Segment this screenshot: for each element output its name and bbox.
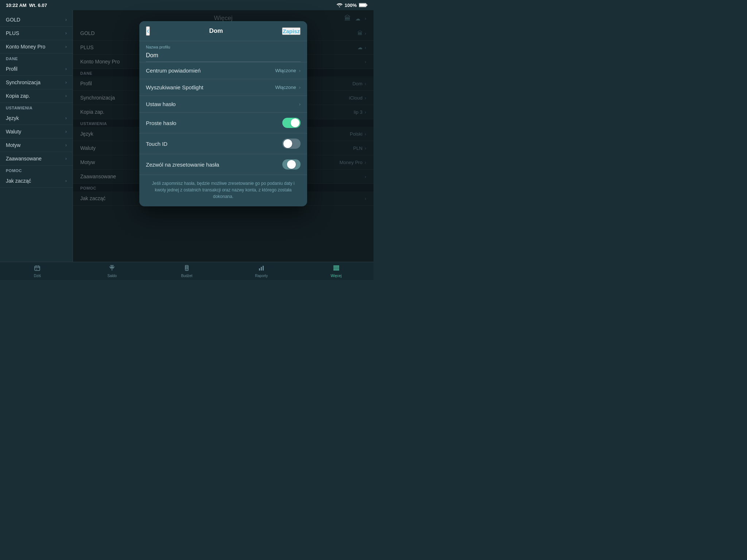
status-right: 100% [337,3,368,8]
chevron-icon: › [65,31,67,36]
profile-name-label: Nazwa profilu [146,45,301,49]
svg-rect-15 [334,266,339,267]
svg-rect-1 [359,4,366,7]
balance-icon [109,265,115,273]
sidebar-item-plus[interactable]: PLUS › [0,27,73,40]
modal-header: ‹ Dom Zapisz [139,21,307,41]
profile-name-section: Nazwa profilu [139,41,307,62]
right-panel: Więcej 🏛 ☁ › GOLD 🏛 › PLUS ☁ › Konto Mon… [73,10,374,262]
chevron-icon: › [65,80,67,85]
tab-dzis[interactable]: 6 Dziś [0,263,75,279]
chevron-icon: › [65,17,67,22]
modal-row-zezwol: Zezwól na zresetowanie hasła [139,154,307,175]
toggle-thumb [287,160,296,169]
modal-row-spotlight[interactable]: Wyszukiwanie Spotlight Włączone › [139,79,307,96]
wifi-icon [337,3,342,7]
sidebar: GOLD › PLUS › Konto Money Pro › DANE Pro… [0,10,73,262]
section-header-ustawienia: USTAWIENIA [0,103,73,112]
svg-rect-17 [334,269,339,270]
section-header-pomoc: POMOC [0,166,73,174]
modal-row-haslo[interactable]: Ustaw hasło › [139,96,307,112]
svg-point-11 [186,269,187,270]
sidebar-item-jezyk[interactable]: Język › [0,112,73,125]
modal-save-button[interactable]: Zapisz [282,27,301,35]
sidebar-item-konto[interactable]: Konto Money Pro › [0,40,73,54]
tab-budzet[interactable]: Budżet [150,263,224,279]
chevron-icon: › [65,129,67,134]
modal-row-centrum[interactable]: Centrum powiadomień Włączone › [139,62,307,79]
tab-raporty[interactable]: Raporty [224,263,299,279]
sidebar-item-gold[interactable]: GOLD › [0,13,73,27]
proste-haslo-toggle[interactable] [282,118,301,128]
battery-text: 100% [345,3,357,8]
chevron-icon: › [65,156,67,161]
main-content: GOLD › PLUS › Konto Money Pro › DANE Pro… [0,10,374,262]
sidebar-item-kopia[interactable]: Kopia zap. › [0,89,73,103]
modal-row-right: Włączone › [275,68,301,73]
modal-list: Centrum powiadomień Włączone › Wyszukiwa… [139,62,307,175]
chevron-icon: › [65,93,67,98]
sidebar-item-profil[interactable]: Profil › [0,62,73,76]
chevron-icon: › [65,66,67,71]
toggle-thumb [283,139,292,148]
modal-row-right: Włączone › [275,85,301,90]
reports-icon [258,265,265,273]
chevron-right-icon: › [299,85,301,90]
chevron-icon: › [65,116,67,121]
sidebar-item-waluty[interactable]: Waluty › [0,125,73,139]
calendar-icon: 6 [34,265,40,273]
toggle-thumb [291,118,299,127]
chevron-right-icon: › [299,101,301,107]
svg-rect-12 [259,268,260,271]
svg-rect-16 [334,268,339,268]
svg-rect-2 [366,4,367,6]
sidebar-item-zaawansowane[interactable]: Zaawansowane › [0,152,73,166]
tab-saldo[interactable]: Saldo [75,263,150,279]
sidebar-item-jak[interactable]: Jak zacząć › [0,174,73,188]
modal-back-button[interactable]: ‹ [146,26,150,36]
modal-note: Jeśli zapomnisz hasła, będzie możliwe zr… [139,175,307,206]
svg-rect-3 [35,266,40,271]
tab-bar: 6 Dziś Saldo Budżet [0,262,374,280]
modal-overlay: ‹ Dom Zapisz Nazwa profilu Centrum powia… [73,10,374,262]
chevron-right-icon: › [299,68,301,73]
budget-icon [183,265,190,273]
touch-id-toggle[interactable] [282,139,301,149]
sidebar-item-synchronizacja[interactable]: Synchronizacja › [0,76,73,89]
modal-row-proste-haslo: Proste hasło [139,112,307,133]
chevron-icon: › [65,143,67,148]
more-icon [333,265,340,273]
modal-row-touch-id: Touch ID [139,133,307,154]
svg-rect-14 [263,266,264,271]
modal-row-right: › [299,101,301,107]
chevron-icon: › [65,178,67,183]
modal-dom: ‹ Dom Zapisz Nazwa profilu Centrum powia… [139,21,307,206]
svg-text:6: 6 [36,268,37,271]
chevron-icon: › [65,44,67,49]
modal-title: Dom [209,27,223,35]
tab-wiecej[interactable]: Więcej [299,263,374,279]
battery-icon [359,3,368,7]
zezwol-toggle[interactable] [282,159,301,170]
status-bar: 10:22 AM Wt. 6.07 100% [0,0,374,10]
svg-rect-13 [261,267,262,271]
sidebar-item-motyw[interactable]: Motyw › [0,139,73,152]
section-header-dane: DANE [0,54,73,62]
status-time: 10:22 AM Wt. 6.07 [6,3,47,8]
profile-name-input[interactable] [146,51,301,62]
